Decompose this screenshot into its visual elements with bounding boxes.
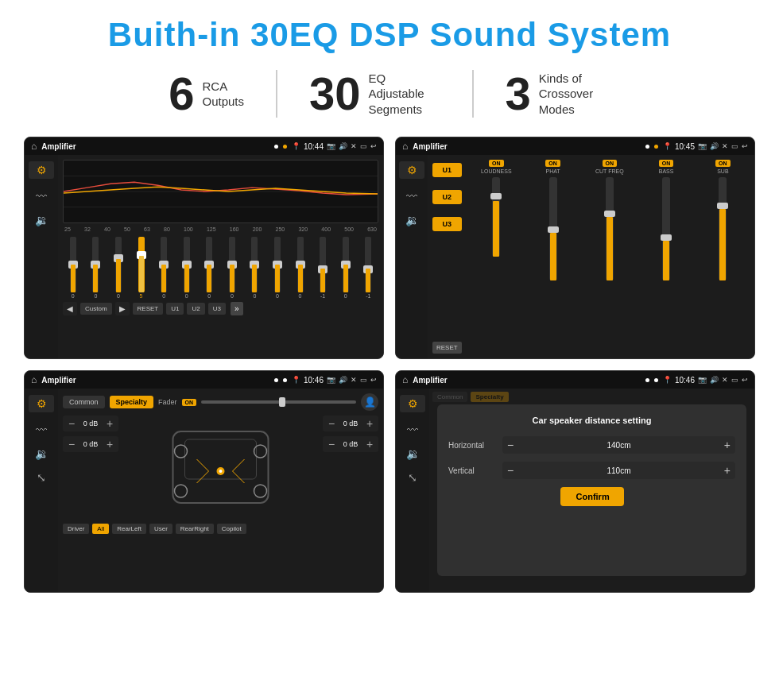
cx-wave-icon[interactable]: 〰 [406, 190, 417, 203]
status-icons-1: 📍 10:44 📷 🔊 ✕ ▭ ↩ [292, 142, 377, 151]
status-time-4: 10:46 [675, 376, 695, 385]
crossover-content: ⚙ 〰 🔉 U1 U2 U3 RESET [396, 155, 754, 358]
bass-toggle[interactable]: ON [659, 160, 674, 167]
home-icon-2: ⌂ [402, 141, 408, 152]
sub-label: SUB [717, 168, 728, 174]
cx-spk-icon[interactable]: 🔉 [405, 214, 419, 226]
freq-63: 63 [144, 226, 150, 232]
status-time-1: 10:44 [304, 142, 324, 151]
btn-user[interactable]: User [149, 524, 172, 534]
horizontal-row: Horizontal − 140cm + [448, 436, 735, 454]
u2-preset[interactable]: U2 [432, 190, 462, 204]
db-minus-2[interactable]: − [66, 438, 77, 451]
fader-label: Fader [158, 398, 177, 406]
confirm-button[interactable]: Confirm [560, 487, 624, 506]
dlg-eq-icon[interactable]: ⚙ [400, 395, 425, 412]
spk-arrows-icon[interactable]: ⤡ [37, 471, 46, 484]
status-time-3: 10:46 [304, 376, 324, 385]
db-plus-1[interactable]: + [104, 417, 115, 430]
db-minus-3[interactable]: − [326, 417, 337, 430]
horizontal-minus[interactable]: − [507, 439, 514, 451]
btn-all[interactable]: All [92, 524, 109, 534]
custom-button[interactable]: Custom [80, 303, 112, 315]
db-control-4: − 0 dB + [323, 436, 378, 452]
reset-cx[interactable]: RESET [432, 342, 462, 354]
db-plus-3[interactable]: + [364, 417, 375, 430]
eq-icon[interactable]: ⚙ [29, 161, 54, 179]
tab-common[interactable]: Common [63, 396, 105, 408]
loudness-slider[interactable] [492, 177, 500, 257]
cx-channels: ON LOUDNESS ON PHAT [470, 160, 750, 354]
status-icons-2: 📍 10:45 📷 🔊 ✕ ▭ ↩ [663, 142, 748, 151]
volume-icon-3: 🔊 [339, 376, 347, 385]
window-icon-3: ▭ [360, 376, 367, 385]
fader-slider[interactable] [201, 400, 356, 404]
stats-row: 6 RCA Outputs 30 EQ Adjustable Segments … [24, 70, 755, 118]
prev-button[interactable]: ◀ [63, 302, 77, 315]
reset-button[interactable]: RESET [133, 303, 164, 315]
u3-preset[interactable]: U3 [432, 217, 462, 231]
db-minus-4[interactable]: − [326, 438, 337, 451]
u3-button[interactable]: U3 [208, 303, 226, 315]
location-icon-3: 📍 [292, 376, 300, 385]
slider-5: 0 [153, 237, 174, 299]
btn-rearright[interactable]: RearRight [176, 524, 214, 534]
slider-14: -1 [358, 237, 379, 299]
stat-crossover-number: 3 [506, 71, 531, 117]
cutfreq-slider[interactable] [606, 177, 614, 280]
status-dot-1 [274, 145, 278, 149]
db-minus-1[interactable]: − [66, 417, 77, 430]
vertical-value: 110cm [517, 466, 721, 475]
dlg-wave-icon[interactable]: 〰 [407, 423, 418, 436]
btn-driver[interactable]: Driver [63, 524, 89, 534]
spk-wave-icon[interactable]: 〰 [36, 423, 47, 436]
horizontal-plus[interactable]: + [724, 439, 731, 451]
btn-copilot[interactable]: Copilot [217, 524, 246, 534]
spk-right-controls: − 0 dB + − 0 dB + [323, 416, 378, 519]
status-bar-1: ⌂ Amplifier 📍 10:44 📷 🔊 ✕ ▭ ↩ [25, 137, 383, 155]
stat-crossover: 3 Kinds of Crossover Modes [474, 71, 642, 118]
spk-spk-icon[interactable]: 🔉 [35, 447, 48, 460]
bass-slider[interactable] [662, 177, 670, 280]
speaker-icon[interactable]: 🔉 [35, 214, 48, 226]
sub-slider[interactable] [719, 177, 727, 280]
slider-10: 0 [267, 237, 288, 299]
u1-button[interactable]: U1 [166, 303, 184, 315]
dialog-title: Car speaker distance setting [448, 416, 735, 425]
window-icon-4: ▭ [731, 376, 738, 385]
cutfreq-label: CUT FREQ [595, 168, 624, 174]
fader-toggle[interactable]: ON [182, 399, 197, 406]
screen-crossover: ⌂ Amplifier 📍 10:45 📷 🔊 ✕ ▭ ↩ ⚙ 〰 [395, 137, 755, 359]
loudness-toggle[interactable]: ON [489, 160, 504, 167]
dlg-arrows-icon[interactable]: ⤡ [408, 471, 417, 484]
slider-7: 0 [199, 237, 219, 299]
cx-eq-icon[interactable]: ⚙ [399, 161, 424, 179]
camera-icon: 📷 [327, 142, 335, 151]
spk-eq-icon[interactable]: ⚙ [29, 395, 54, 412]
vertical-minus[interactable]: − [507, 464, 514, 477]
dlg-spk-icon[interactable]: 🔉 [406, 447, 420, 460]
location-icon-2: 📍 [663, 142, 672, 151]
slider-11: 0 [290, 237, 311, 299]
cutfreq-toggle[interactable]: ON [603, 160, 618, 167]
u1-preset[interactable]: U1 [432, 163, 462, 177]
cx-sub: ON SUB [696, 160, 750, 354]
phat-slider[interactable] [549, 177, 557, 280]
vertical-plus[interactable]: + [724, 464, 731, 477]
db-plus-4[interactable]: + [364, 438, 375, 451]
sub-toggle[interactable]: ON [715, 160, 731, 167]
btn-rearleft[interactable]: RearLeft [112, 524, 146, 534]
screen-dialog: ⌂ Amplifier 📍 10:46 📷 🔊 ✕ ▭ ↩ ⚙ 〰 [395, 370, 755, 593]
next-button[interactable]: ▶ [115, 302, 130, 315]
u2-button[interactable]: U2 [187, 303, 204, 315]
loudness-label: LOUDNESS [481, 168, 512, 174]
phat-toggle[interactable]: ON [545, 160, 560, 167]
tab-specialty[interactable]: Specialty [110, 396, 154, 408]
camera-icon-3: 📷 [327, 376, 335, 385]
spk-diagram [125, 416, 316, 519]
status-dot-8 [654, 378, 658, 382]
expand-icon[interactable]: » [231, 302, 243, 315]
svg-line-14 [233, 471, 245, 483]
wave-icon[interactable]: 〰 [36, 190, 47, 203]
db-plus-2[interactable]: + [104, 438, 115, 451]
